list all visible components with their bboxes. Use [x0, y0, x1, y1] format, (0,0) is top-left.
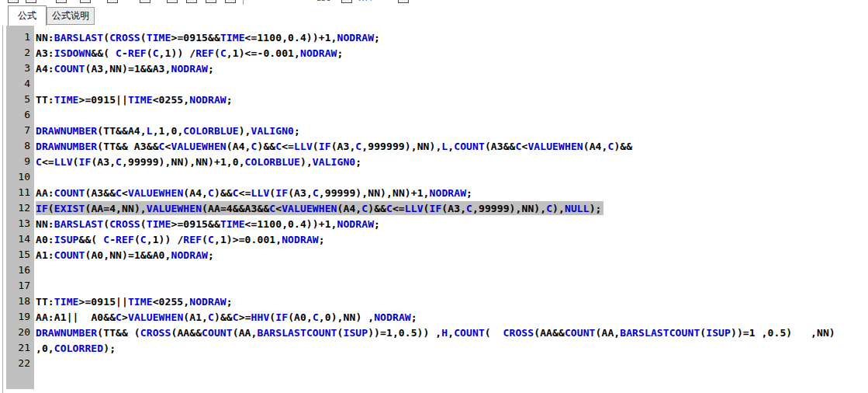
toolbar-icon[interactable]	[8, 0, 19, 3]
line-number[interactable]: 18	[6, 294, 34, 309]
toolbar-icon[interactable]	[225, 0, 236, 3]
code-line[interactable]	[36, 278, 866, 294]
abc-icon[interactable]: abc	[316, 0, 330, 2]
toolbar-icon[interactable]	[107, 0, 118, 3]
code-line[interactable]: NN:BARSLAST(CROSS(TIME>=0915&&TIME<=1100…	[36, 30, 866, 45]
toolbar-icon[interactable]	[140, 0, 150, 3]
tab-bar: 公式 公式说明	[0, 5, 868, 26]
selected-code-text: IF(EXIST(AA=4,NN),VALUEWHEN(AA=4&&A3&&C<…	[36, 201, 603, 215]
code-line[interactable]: A1:COUNT(A0,NN)=1&&A0,NODRAW;	[36, 247, 866, 263]
line-number[interactable]: 13	[6, 216, 34, 231]
code-text: DRAWNUMBER(TT&& (CROSS(AA&&COUNT(AA,BARS…	[36, 327, 835, 339]
line-number[interactable]: 7	[6, 123, 34, 138]
code-text: NN:BARSLAST(CROSS(TIME>=0915&&TIME<=1100…	[36, 32, 380, 43]
line-number[interactable]: 6	[6, 107, 34, 123]
code-area[interactable]: NN:BARSLAST(CROSS(TIME>=0915&&TIME<=1100…	[34, 26, 866, 371]
code-text: NN:BARSLAST(CROSS(TIME>=0915&&TIME<=1100…	[36, 218, 380, 230]
code-line[interactable]: DRAWNUMBER(TT&& A3&&C<VALUEWHEN(A4,C)&&C…	[36, 138, 866, 154]
code-text: AA:A1|| A0&&C>VALUEWHEN(A1,C)&&C>=HHV(IF…	[36, 311, 417, 323]
line-number[interactable]: 10	[6, 169, 34, 185]
code-line[interactable]	[36, 169, 866, 185]
code-line[interactable]: A4:COUNT(A3,NN)=1&&A3,NODRAW;	[36, 61, 866, 76]
formula-editor: 12345678910111213141516171819202122 NN:B…	[6, 26, 866, 389]
code-line[interactable]: AA:A1|| A0&&C>VALUEWHEN(A1,C)&&C>=HHV(IF…	[36, 309, 866, 325]
splitter[interactable]	[2, 26, 3, 393]
code-text: A4:COUNT(A3,NN)=1&&A3,NODRAW;	[36, 63, 214, 75]
code-line[interactable]: ,0,COLORRED);	[36, 340, 866, 356]
line-number[interactable]: 20	[6, 325, 34, 340]
code-line[interactable]	[36, 107, 866, 123]
code-line[interactable]: NN:BARSLAST(CROSS(TIME>=0915&&TIME<=1100…	[36, 216, 866, 231]
toolbar-icon[interactable]	[56, 0, 67, 3]
tab-formula[interactable]: 公式	[8, 5, 47, 26]
code-text: DRAWNUMBER(TT&&A4,L,1,0,COLORBLUE),VALIG…	[36, 125, 300, 137]
line-number[interactable]: 3	[6, 61, 34, 76]
line-number[interactable]: 12	[6, 200, 34, 216]
line-number[interactable]: 22	[6, 356, 34, 371]
toolbar-icon[interactable]	[398, 0, 409, 3]
code-line[interactable]	[36, 356, 866, 371]
code-line[interactable]: TT:TIME>=0915||TIME<0255,NODRAW;	[36, 294, 866, 309]
toolbar-icon[interactable]	[80, 0, 91, 3]
line-number[interactable]: 11	[6, 185, 34, 200]
line-number[interactable]: 14	[6, 231, 34, 247]
code-line[interactable]: DRAWNUMBER(TT&&A4,L,1,0,COLORBLUE),VALIG…	[36, 123, 866, 138]
code-line[interactable]	[36, 263, 866, 278]
toolbar-icon[interactable]	[167, 0, 178, 3]
code-text: A1:COUNT(A0,NN)=1&&A0,NODRAW;	[36, 249, 214, 261]
code-text: A3:ISDOWN&&( C-REF(C,1)) /REF(C,1)<=-0.0…	[36, 47, 343, 59]
tab-formula-description[interactable]: 公式说明	[47, 7, 95, 25]
code-text: AA:COUNT(A3&&C<VALUEWHEN(A4,C)&&C<=LLV(I…	[36, 187, 472, 199]
line-number[interactable]: 19	[6, 309, 34, 325]
line-number-gutter: 12345678910111213141516171819202122	[6, 26, 34, 389]
code-line[interactable]: DRAWNUMBER(TT&& (CROSS(AA&&COUNT(AA,BARS…	[36, 325, 866, 340]
code-text: TT:TIME>=0915||TIME<0255,NODRAW;	[36, 94, 233, 106]
toolbar-icon[interactable]	[186, 0, 197, 3]
line-number[interactable]: 1	[6, 30, 34, 45]
code-line[interactable]: IF(EXIST(AA=4,NN),VALUEWHEN(AA=4&&A3&&C<…	[36, 200, 866, 216]
line-number[interactable]: 21	[6, 340, 34, 356]
code-line[interactable]: C<=LLV(IF(A3,C,99999),NN),NN)+1,0,COLORB…	[36, 154, 866, 169]
code-line[interactable]: A3:ISDOWN&&( C-REF(C,1)) /REF(C,1)<=-0.0…	[36, 45, 866, 61]
code-text: TT:TIME>=0915||TIME<0255,NODRAW;	[36, 296, 233, 308]
font-style-icon[interactable]: A↑↑	[359, 0, 373, 2]
code-text: C<=LLV(IF(A3,C,99999),NN),NN)+1,0,COLORB…	[36, 156, 361, 168]
code-line[interactable]	[36, 76, 866, 92]
code-line[interactable]: AA:COUNT(A3&&C<VALUEWHEN(A4,C)&&C<=LLV(I…	[36, 185, 866, 200]
code-line[interactable]: A0:ISUP&&( C-REF(C,1)) /REF(C,1)>=0.001,…	[36, 231, 866, 247]
toolbar-icon[interactable]	[26, 0, 36, 3]
line-number[interactable]: 9	[6, 154, 34, 169]
code-text: DRAWNUMBER(TT&& A3&&C<VALUEWHEN(A4,C)&&C…	[36, 141, 632, 152]
line-number[interactable]: 15	[6, 247, 34, 263]
code-line[interactable]: TT:TIME>=0915||TIME<0255,NODRAW;	[36, 92, 866, 107]
code-text: A0:ISUP&&( C-REF(C,1)) /REF(C,1)>=0.001,…	[36, 234, 325, 245]
line-number[interactable]: 2	[6, 45, 34, 61]
line-number[interactable]: 5	[6, 92, 34, 107]
line-number[interactable]: 4	[6, 76, 34, 92]
line-number[interactable]: 8	[6, 138, 34, 154]
code-text: ,0,COLORRED);	[36, 343, 116, 354]
line-number[interactable]: 16	[6, 263, 34, 278]
toolbar-icon[interactable]	[341, 0, 352, 3]
toolbar-icon[interactable]	[206, 0, 216, 3]
line-number[interactable]: 17	[6, 278, 34, 294]
